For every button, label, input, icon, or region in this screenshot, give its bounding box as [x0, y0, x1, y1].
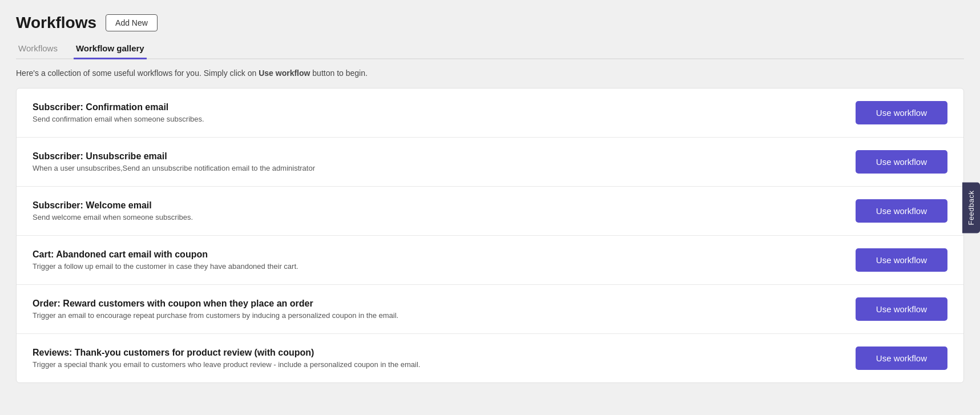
- use-workflow-button-3[interactable]: Use workflow: [856, 199, 947, 223]
- workflow-row: Order: Reward customers with coupon when…: [17, 285, 963, 334]
- workflow-row: Reviews: Thank-you customers for product…: [17, 334, 963, 382]
- description-highlight: Use workflow: [259, 69, 310, 78]
- workflow-info: Subscriber: Unsubscribe email When a use…: [33, 151, 856, 172]
- workflow-info: Subscriber: Welcome email Send welcome e…: [33, 200, 856, 221]
- tab-workflow-gallery[interactable]: Workflow gallery: [74, 39, 147, 59]
- page-container: Workflows Add New Workflows Workflow gal…: [0, 0, 980, 397]
- workflow-row: Cart: Abandoned cart email with coupon T…: [17, 236, 963, 285]
- use-workflow-button-4[interactable]: Use workflow: [856, 248, 947, 272]
- workflow-row: Subscriber: Unsubscribe email When a use…: [17, 138, 963, 187]
- workflow-desc: Send confirmation email when someone sub…: [33, 115, 856, 123]
- workflow-info: Subscriber: Confirmation email Send conf…: [33, 102, 856, 123]
- workflow-desc: Trigger an email to encourage repeat pur…: [33, 311, 856, 320]
- workflow-desc: Send welcome email when someone subscrib…: [33, 213, 856, 221]
- use-workflow-button-6[interactable]: Use workflow: [856, 346, 947, 370]
- page-title: Workflows: [16, 14, 96, 32]
- use-workflow-button-5[interactable]: Use workflow: [856, 297, 947, 321]
- workflow-title: Reviews: Thank-you customers for product…: [33, 348, 856, 358]
- workflow-info: Order: Reward customers with coupon when…: [33, 299, 856, 320]
- gallery-description: Here's a collection of some useful workf…: [16, 69, 964, 78]
- workflow-desc: Trigger a follow up email to the custome…: [33, 262, 856, 271]
- feedback-button[interactable]: Feedback: [962, 182, 980, 233]
- description-prefix: Here's a collection of some useful workf…: [16, 69, 259, 78]
- add-new-button[interactable]: Add New: [106, 14, 158, 31]
- workflow-info: Reviews: Thank-you customers for product…: [33, 348, 856, 369]
- page-header: Workflows Add New: [16, 14, 964, 32]
- workflows-card: Subscriber: Confirmation email Send conf…: [16, 88, 964, 383]
- use-workflow-button-1[interactable]: Use workflow: [856, 101, 947, 124]
- workflow-row: Subscriber: Confirmation email Send conf…: [17, 88, 963, 138]
- workflow-desc: When a user unsubscribes,Send an unsubsc…: [33, 164, 856, 172]
- workflow-title: Subscriber: Welcome email: [33, 200, 856, 211]
- tab-workflows[interactable]: Workflows: [16, 39, 60, 59]
- workflow-title: Subscriber: Unsubscribe email: [33, 151, 856, 162]
- workflow-title: Cart: Abandoned cart email with coupon: [33, 249, 856, 260]
- tabs: Workflows Workflow gallery: [16, 39, 964, 59]
- description-suffix: button to begin.: [310, 69, 367, 78]
- workflow-title: Order: Reward customers with coupon when…: [33, 299, 856, 309]
- workflow-row: Subscriber: Welcome email Send welcome e…: [17, 187, 963, 236]
- workflow-info: Cart: Abandoned cart email with coupon T…: [33, 249, 856, 271]
- use-workflow-button-2[interactable]: Use workflow: [856, 150, 947, 174]
- feedback-widget: Feedback: [962, 182, 980, 233]
- workflow-title: Subscriber: Confirmation email: [33, 102, 856, 112]
- workflow-desc: Trigger a special thank you email to cus…: [33, 360, 856, 369]
